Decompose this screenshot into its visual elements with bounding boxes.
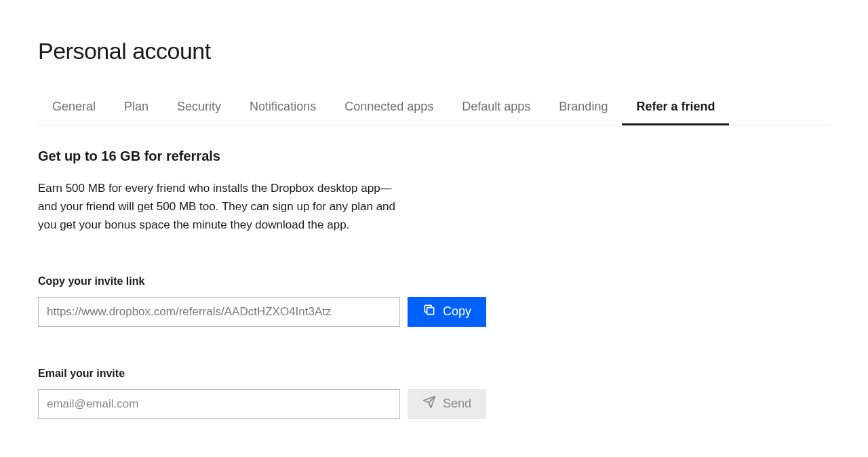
settings-tabs: General Plan Security Notifications Conn… — [38, 90, 830, 125]
copy-button[interactable]: Copy — [408, 297, 486, 327]
send-icon — [422, 395, 436, 412]
copy-link-label: Copy your invite link — [38, 275, 830, 287]
svg-rect-0 — [427, 308, 434, 315]
email-input[interactable] — [38, 389, 400, 419]
email-invite-row: Send — [38, 389, 830, 419]
email-invite-label: Email your invite — [38, 367, 830, 380]
tab-general[interactable]: General — [38, 90, 110, 125]
tab-branding[interactable]: Branding — [545, 90, 622, 125]
send-button-label: Send — [443, 397, 471, 411]
invite-link-input[interactable] — [38, 297, 400, 327]
tab-refer-a-friend[interactable]: Refer a friend — [622, 90, 729, 125]
tab-default-apps[interactable]: Default apps — [448, 90, 545, 125]
tab-security[interactable]: Security — [163, 90, 235, 125]
tab-notifications[interactable]: Notifications — [235, 90, 330, 125]
send-button[interactable]: Send — [408, 389, 486, 419]
refer-content: Get up to 16 GB for referrals Earn 500 M… — [38, 125, 830, 419]
tab-connected-apps[interactable]: Connected apps — [330, 90, 448, 125]
email-invite-section: Email your invite Send — [38, 367, 830, 419]
copy-link-row: Copy — [38, 297, 830, 327]
copy-icon — [422, 303, 436, 320]
tab-plan[interactable]: Plan — [110, 90, 163, 125]
copy-button-label: Copy — [443, 304, 471, 319]
referral-heading: Get up to 16 GB for referrals — [38, 148, 830, 164]
copy-link-section: Copy your invite link Copy — [38, 275, 830, 327]
page-title: Personal account — [38, 38, 830, 64]
referral-description: Earn 500 MB for every friend who install… — [38, 179, 404, 235]
